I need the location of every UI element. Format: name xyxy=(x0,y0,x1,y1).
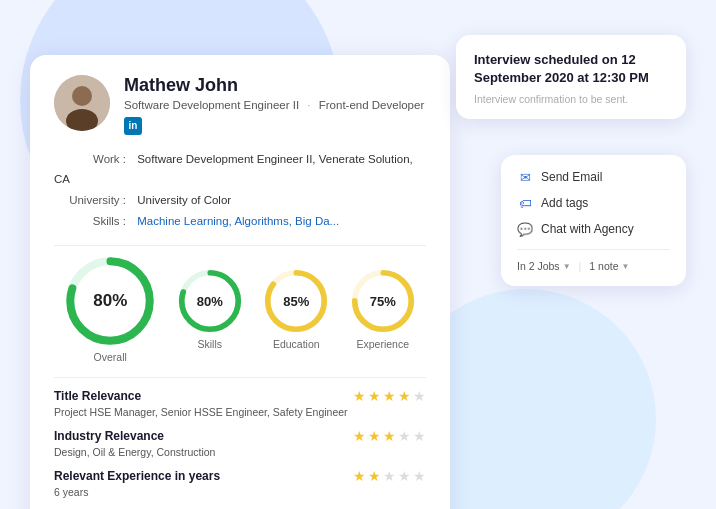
score-education: 85% Education xyxy=(264,269,328,350)
linkedin-icon[interactable]: in xyxy=(124,117,142,135)
profile-info: Mathew John Software Development Enginee… xyxy=(124,75,424,135)
chat-agency-label: Chat with Agency xyxy=(541,222,634,236)
industry-relevance-label: Industry Relevance xyxy=(54,429,164,443)
profile-card: Mathew John Software Development Enginee… xyxy=(30,55,450,509)
work-label: Work : xyxy=(54,149,126,170)
experience-relevance-label: Relevant Experience in years xyxy=(54,469,220,483)
send-email-action[interactable]: ✉ Send Email xyxy=(517,169,670,185)
work-row: Work : Software Development Engineer II,… xyxy=(54,149,426,190)
jobs-chevron-icon: ▼ xyxy=(563,262,571,271)
scores-section: 80% Overall 80% Skills 85% xyxy=(54,245,426,363)
score-overall: 80% Overall xyxy=(65,256,155,363)
chat-agency-action[interactable]: 💬 Chat with Agency xyxy=(517,221,670,237)
send-email-label: Send Email xyxy=(541,170,602,184)
industry-relevance-stars: ★ ★ ★ ★ ★ xyxy=(353,428,426,444)
avatar xyxy=(54,75,110,131)
skills-row: Skills : Machine Learning, Algorithms, B… xyxy=(54,211,426,232)
title-relevance-label: Title Relevance xyxy=(54,389,141,403)
note-count-label: 1 note xyxy=(589,260,618,272)
university-label: University : xyxy=(54,190,126,211)
experience-relevance-row: Relevant Experience in years ★ ★ ★ ★ ★ 6… xyxy=(54,468,426,498)
donut-overall: 80% xyxy=(65,256,155,346)
experience-relevance-subtitle: 6 years xyxy=(54,486,426,498)
svg-point-1 xyxy=(72,86,92,106)
relevance-section: Title Relevance ★ ★ ★ ★ ★ Project HSE Ma… xyxy=(54,377,426,509)
score-experience: 75% Experience xyxy=(351,269,415,350)
skills-label: Skills : xyxy=(54,211,126,232)
title1: Software Development Engineer II xyxy=(124,99,299,111)
add-tags-label: Add tags xyxy=(541,196,588,210)
profile-subtitle: Software Development Engineer II · Front… xyxy=(124,99,424,111)
donut-experience: 75% xyxy=(351,269,415,333)
actions-footer: In 2 Jobs ▼ | 1 note ▼ xyxy=(517,249,670,272)
overall-label: Overall xyxy=(94,351,127,363)
skills-value: Machine Learning, Algorithms, Big Da... xyxy=(137,215,339,227)
education-label: Education xyxy=(273,338,320,350)
overall-value: 80% xyxy=(93,291,127,311)
score-skills: 80% Skills xyxy=(178,269,242,350)
actions-card: ✉ Send Email 🏷 Add tags 💬 Chat with Agen… xyxy=(501,155,686,286)
email-icon: ✉ xyxy=(517,169,533,185)
experience-value: 75% xyxy=(370,294,396,309)
in-jobs-pill[interactable]: In 2 Jobs ▼ xyxy=(517,260,571,272)
title-relevance-row: Title Relevance ★ ★ ★ ★ ★ Project HSE Ma… xyxy=(54,388,426,418)
experience-label: Experience xyxy=(356,338,409,350)
donut-skills: 80% xyxy=(178,269,242,333)
interview-card: Interview scheduled on 12 September 2020… xyxy=(456,35,686,119)
skills-label-score: Skills xyxy=(197,338,222,350)
title-relevance-subtitle: Project HSE Manager, Senior HSSE Enginee… xyxy=(54,406,426,418)
university-row: University : University of Color xyxy=(54,190,426,211)
profile-details: Work : Software Development Engineer II,… xyxy=(54,149,426,232)
donut-education: 85% xyxy=(264,269,328,333)
industry-relevance-subtitle: Design, Oil & Energy, Construction xyxy=(54,446,426,458)
experience-relevance-stars: ★ ★ ★ ★ ★ xyxy=(353,468,426,484)
interview-title: Interview scheduled on 12 September 2020… xyxy=(474,51,668,87)
add-tags-action[interactable]: 🏷 Add tags xyxy=(517,195,670,211)
title-relevance-stars: ★ ★ ★ ★ ★ xyxy=(353,388,426,404)
profile-header: Mathew John Software Development Enginee… xyxy=(54,75,426,135)
industry-relevance-row: Industry Relevance ★ ★ ★ ★ ★ Design, Oil… xyxy=(54,428,426,458)
in-jobs-label: In 2 Jobs xyxy=(517,260,560,272)
university-value: University of Color xyxy=(137,194,231,206)
education-value: 85% xyxy=(283,294,309,309)
skills-value: 80% xyxy=(197,294,223,309)
note-pill[interactable]: 1 note ▼ xyxy=(589,260,629,272)
title2: Front-end Developer xyxy=(319,99,424,111)
tag-icon: 🏷 xyxy=(517,195,533,211)
chat-icon: 💬 xyxy=(517,221,533,237)
profile-name: Mathew John xyxy=(124,75,424,96)
note-chevron-icon: ▼ xyxy=(621,262,629,271)
interview-subtitle: Interview confirmation to be sent. xyxy=(474,93,668,105)
